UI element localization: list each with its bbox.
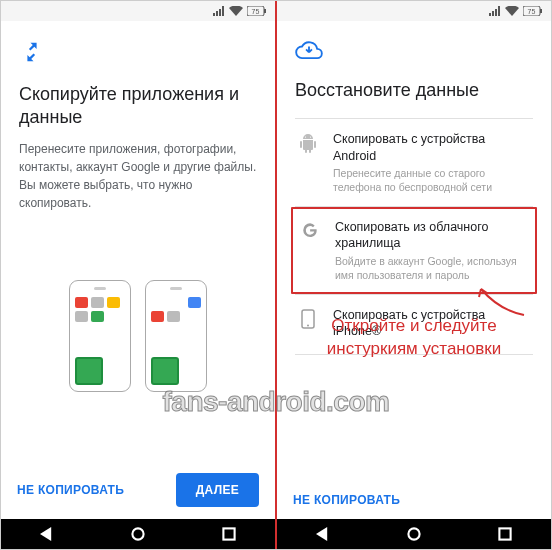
annotation-text: Откройте и следуйте инстуркиям установки: [277, 315, 551, 361]
svg-rect-4: [224, 528, 235, 539]
signal-icon: [213, 6, 225, 16]
svg-rect-1: [264, 9, 266, 13]
page-title: Восстановите данные: [295, 79, 533, 102]
option-cloud-storage[interactable]: Скопировать из облачного хранилища Войди…: [291, 207, 537, 294]
option-subtitle: Войдите в аккаунт Google, используя имя …: [335, 254, 529, 282]
status-bar: 75: [277, 1, 551, 21]
option-title: Скопировать из облачного хранилища: [335, 219, 529, 252]
option-title: Скопировать с устройства Android: [333, 131, 531, 164]
nav-bar: [1, 519, 275, 549]
option-subtitle: Перенесите данные со старого телефона по…: [333, 166, 531, 194]
svg-text:75: 75: [528, 8, 536, 15]
skip-button[interactable]: Не копировать: [293, 493, 400, 507]
nav-recent-icon[interactable]: [498, 527, 512, 541]
svg-text:75: 75: [252, 8, 260, 15]
nav-back-icon[interactable]: [316, 527, 330, 541]
page-title: Скопируйте приложения и данные: [19, 83, 257, 130]
android-icon: [297, 131, 319, 153]
next-button[interactable]: Далее: [176, 473, 259, 507]
svg-rect-6: [540, 9, 542, 13]
battery-icon: 75: [247, 6, 267, 16]
svg-rect-11: [500, 528, 511, 539]
page-description: Перенесите приложения, фотографии, конта…: [19, 140, 257, 212]
screen-restore-data: 75 Восстановите данные Скопировать с уст…: [277, 1, 551, 549]
cloud-download-icon: [295, 39, 533, 65]
wifi-icon: [229, 6, 243, 16]
transfer-icon: [19, 39, 257, 69]
svg-point-3: [132, 528, 143, 539]
battery-icon: 75: [523, 6, 543, 16]
svg-point-10: [408, 528, 419, 539]
wifi-icon: [505, 6, 519, 16]
skip-button[interactable]: Не копировать: [17, 483, 124, 497]
screen-copy-apps: 75 Скопируйте приложения и данные Перене…: [1, 1, 275, 549]
status-bar: 75: [1, 1, 275, 21]
option-android-device[interactable]: Скопировать с устройства Android Перенес…: [295, 119, 533, 206]
nav-home-icon[interactable]: [407, 527, 421, 541]
signal-icon: [489, 6, 501, 16]
nav-home-icon[interactable]: [131, 527, 145, 541]
nav-back-icon[interactable]: [40, 527, 54, 541]
nav-bar: [277, 519, 551, 549]
phones-illustration: [19, 212, 257, 461]
google-g-icon: [299, 219, 321, 239]
nav-recent-icon[interactable]: [222, 527, 236, 541]
